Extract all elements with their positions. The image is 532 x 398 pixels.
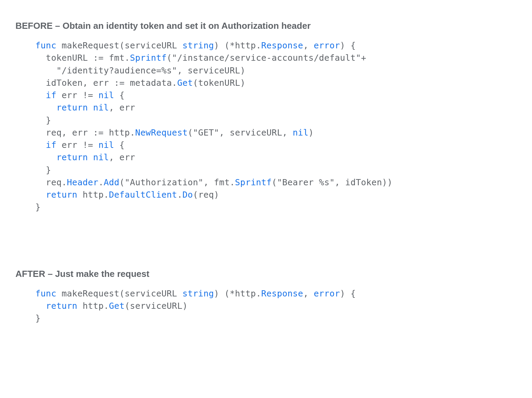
- tok: http.: [77, 301, 109, 311]
- tok: [35, 152, 56, 162]
- tok: [88, 152, 93, 162]
- tok: Sprintf: [130, 53, 166, 63]
- tok: [35, 66, 56, 75]
- tok: string: [182, 289, 214, 298]
- tok: , idToken)): [335, 177, 392, 187]
- tok: ,: [303, 289, 314, 298]
- tok: }: [35, 165, 51, 175]
- tok: "Authorization": [125, 177, 204, 187]
- tok: return: [46, 301, 78, 311]
- tok: .: [177, 190, 182, 200]
- tok: [35, 140, 46, 150]
- tok: , fmt.: [204, 177, 235, 187]
- tok: }: [35, 202, 41, 212]
- tok: if: [46, 90, 57, 100]
- tok: {: [114, 90, 125, 100]
- after-heading: AFTER – Just make the request: [15, 269, 517, 279]
- after-code: func makeRequest(serviceURL string) (*ht…: [35, 288, 517, 325]
- spacer: [15, 214, 517, 269]
- tok: , err: [109, 103, 135, 113]
- tok: [35, 190, 46, 200]
- tok: Get: [177, 78, 193, 88]
- tok: return: [56, 152, 88, 162]
- tok: http.: [77, 190, 109, 200]
- tok: req.: [35, 177, 67, 187]
- tok: error: [314, 40, 340, 50]
- tok: (: [188, 128, 193, 138]
- tok: Add: [104, 177, 119, 187]
- tok: nil: [99, 140, 114, 150]
- tok: "/instance/service-accounts/default": [172, 53, 361, 63]
- tok: , serviceURL,: [219, 128, 293, 138]
- tok: nil: [293, 128, 309, 138]
- tok: DefaultClient: [109, 190, 177, 200]
- tok: "Bearer %s": [277, 177, 335, 187]
- tok: Do: [182, 190, 193, 200]
- tok: {: [114, 140, 125, 150]
- tok: (serviceURL): [125, 301, 188, 311]
- tok: ) (*http.: [214, 289, 261, 298]
- tok: error: [314, 289, 340, 298]
- tok: ): [309, 128, 314, 138]
- tok: [88, 103, 93, 113]
- tok: return: [56, 103, 88, 113]
- tok: idToken, err := metadata.: [35, 78, 177, 88]
- tok: (: [119, 177, 125, 187]
- tok: makeRequest(serviceURL: [56, 289, 182, 298]
- tok: makeRequest(serviceURL: [56, 40, 182, 50]
- tok: (: [272, 177, 277, 187]
- tok: , serviceURL): [177, 66, 245, 75]
- tok: , err: [109, 152, 135, 162]
- tok: Header: [67, 177, 99, 187]
- tok: ,: [303, 40, 314, 50]
- tok: "/identity?audience=%s": [56, 66, 177, 75]
- tok: tokenURL := fmt.: [35, 53, 130, 63]
- tok: [35, 90, 46, 100]
- tok: string: [182, 40, 214, 50]
- tok: "GET": [193, 128, 219, 138]
- tok: .: [99, 177, 104, 187]
- tok: NewRequest: [135, 128, 188, 138]
- tok: ) {: [340, 289, 356, 298]
- tok: nil: [93, 152, 109, 162]
- tok: ) {: [340, 40, 356, 50]
- tok: (req): [193, 190, 219, 200]
- tok: if: [46, 140, 57, 150]
- before-code: func makeRequest(serviceURL string) (*ht…: [35, 39, 517, 214]
- tok: func: [35, 40, 56, 50]
- tok: (tokenURL): [193, 78, 245, 88]
- before-heading: BEFORE – Obtain an identity token and se…: [15, 21, 517, 31]
- tok: Response: [261, 289, 303, 298]
- tok: }: [35, 313, 41, 323]
- tok: func: [35, 289, 56, 298]
- tok: [35, 301, 46, 311]
- tok: Response: [261, 40, 303, 50]
- tok: [35, 103, 56, 113]
- tok: Get: [109, 301, 125, 311]
- tok: (: [167, 53, 172, 63]
- tok: +: [361, 53, 366, 63]
- tok: nil: [99, 90, 114, 100]
- tok: req, err := http.: [35, 128, 135, 138]
- tok: err !=: [56, 140, 98, 150]
- tok: err !=: [56, 90, 98, 100]
- tok: return: [46, 190, 78, 200]
- tok: Sprintf: [235, 177, 272, 187]
- tok: nil: [93, 103, 109, 113]
- tok: }: [35, 115, 51, 125]
- tok: ) (*http.: [214, 40, 261, 50]
